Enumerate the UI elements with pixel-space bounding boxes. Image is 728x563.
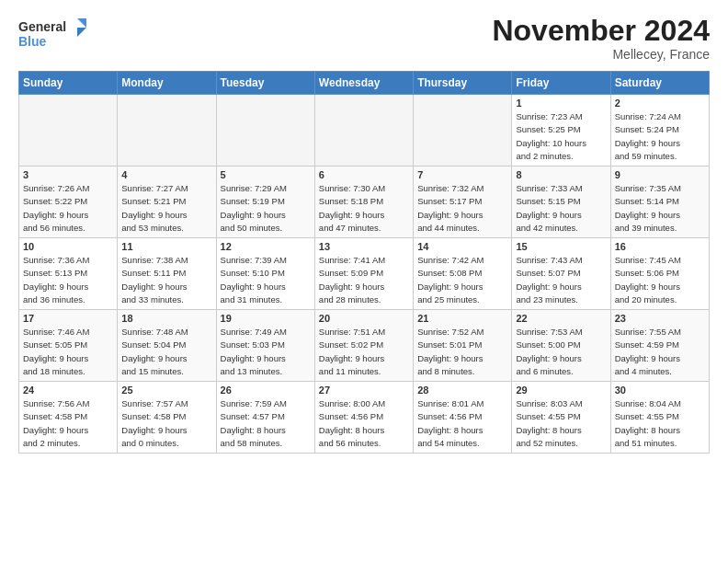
- day-info: Sunrise: 8:04 AMSunset: 4:55 PMDaylight:…: [615, 397, 705, 450]
- month-title: November 2024: [492, 15, 710, 47]
- day-number: 11: [121, 241, 211, 252]
- calendar-week-3: 10Sunrise: 7:36 AMSunset: 5:13 PMDayligh…: [19, 238, 710, 310]
- calendar-cell: [314, 95, 413, 167]
- day-info: Sunrise: 7:43 AMSunset: 5:07 PMDaylight:…: [516, 254, 606, 306]
- day-info: Sunrise: 7:27 AMSunset: 5:21 PMDaylight:…: [121, 182, 211, 235]
- day-number: 15: [516, 241, 606, 252]
- day-info: Sunrise: 7:39 AMSunset: 5:10 PMDaylight:…: [221, 254, 311, 306]
- day-number: 23: [615, 313, 705, 324]
- header-row: Sunday Monday Tuesday Wednesday Thursday…: [19, 72, 710, 95]
- day-info: Sunrise: 7:33 AMSunset: 5:15 PMDaylight:…: [516, 182, 606, 235]
- calendar-table: Sunday Monday Tuesday Wednesday Thursday…: [18, 71, 710, 454]
- calendar-cell: [118, 95, 216, 167]
- day-info: Sunrise: 7:49 AMSunset: 5:03 PMDaylight:…: [221, 326, 311, 378]
- calendar-cell: 29Sunrise: 8:03 AMSunset: 4:55 PMDayligh…: [512, 382, 610, 454]
- svg-marker-2: [77, 18, 86, 28]
- day-number: 4: [121, 169, 211, 180]
- day-info: Sunrise: 7:59 AMSunset: 4:57 PMDaylight:…: [221, 397, 311, 450]
- day-info: Sunrise: 7:53 AMSunset: 5:00 PMDaylight:…: [516, 326, 606, 378]
- svg-marker-3: [77, 28, 86, 37]
- day-number: 13: [319, 241, 409, 252]
- calendar-cell: 18Sunrise: 7:48 AMSunset: 5:04 PMDayligh…: [118, 310, 216, 382]
- day-info: Sunrise: 7:32 AMSunset: 5:17 PMDaylight:…: [417, 182, 507, 235]
- day-info: Sunrise: 7:35 AMSunset: 5:14 PMDaylight:…: [615, 182, 705, 235]
- day-info: Sunrise: 7:56 AMSunset: 4:58 PMDaylight:…: [23, 397, 113, 450]
- calendar-cell: 11Sunrise: 7:38 AMSunset: 5:11 PMDayligh…: [118, 238, 216, 310]
- calendar-cell: 22Sunrise: 7:53 AMSunset: 5:00 PMDayligh…: [512, 310, 610, 382]
- day-number: 2: [615, 98, 705, 109]
- calendar-cell: 2Sunrise: 7:24 AMSunset: 5:24 PMDaylight…: [610, 95, 709, 167]
- svg-text:Blue: Blue: [18, 34, 47, 49]
- calendar-cell: 3Sunrise: 7:26 AMSunset: 5:22 PMDaylight…: [19, 167, 118, 238]
- calendar-cell: [19, 95, 118, 167]
- day-info: Sunrise: 7:26 AMSunset: 5:22 PMDaylight:…: [23, 182, 113, 235]
- location: Mellecey, France: [492, 47, 710, 62]
- day-info: Sunrise: 7:30 AMSunset: 5:18 PMDaylight:…: [319, 182, 409, 235]
- day-number: 27: [319, 385, 409, 396]
- calendar-cell: 26Sunrise: 7:59 AMSunset: 4:57 PMDayligh…: [216, 382, 314, 454]
- calendar-week-5: 24Sunrise: 7:56 AMSunset: 4:58 PMDayligh…: [19, 382, 710, 454]
- svg-text:General: General: [18, 19, 66, 34]
- day-number: 17: [23, 313, 113, 324]
- calendar-cell: 10Sunrise: 7:36 AMSunset: 5:13 PMDayligh…: [19, 238, 118, 310]
- day-info: Sunrise: 7:24 AMSunset: 5:24 PMDaylight:…: [615, 110, 705, 163]
- day-number: 9: [615, 169, 705, 180]
- day-number: 18: [121, 313, 211, 324]
- day-info: Sunrise: 7:36 AMSunset: 5:13 PMDaylight:…: [23, 254, 113, 306]
- calendar-cell: 27Sunrise: 8:00 AMSunset: 4:56 PMDayligh…: [314, 382, 413, 454]
- day-info: Sunrise: 7:46 AMSunset: 5:05 PMDaylight:…: [23, 326, 113, 378]
- day-number: 10: [23, 241, 113, 252]
- day-info: Sunrise: 7:29 AMSunset: 5:19 PMDaylight:…: [221, 182, 311, 235]
- day-info: Sunrise: 7:51 AMSunset: 5:02 PMDaylight:…: [319, 326, 409, 378]
- day-number: 28: [417, 385, 507, 396]
- day-info: Sunrise: 7:45 AMSunset: 5:06 PMDaylight:…: [615, 254, 705, 306]
- calendar-body: 1Sunrise: 7:23 AMSunset: 5:25 PMDaylight…: [19, 95, 710, 454]
- page-container: General Blue November 2024 Mellecey, Fra…: [0, 0, 728, 463]
- day-info: Sunrise: 8:00 AMSunset: 4:56 PMDaylight:…: [319, 397, 409, 450]
- calendar-cell: [414, 95, 512, 167]
- day-info: Sunrise: 7:57 AMSunset: 4:58 PMDaylight:…: [121, 397, 211, 450]
- calendar-cell: 6Sunrise: 7:30 AMSunset: 5:18 PMDaylight…: [314, 167, 413, 238]
- calendar-cell: 25Sunrise: 7:57 AMSunset: 4:58 PMDayligh…: [118, 382, 216, 454]
- calendar-cell: 30Sunrise: 8:04 AMSunset: 4:55 PMDayligh…: [610, 382, 709, 454]
- calendar-cell: 21Sunrise: 7:52 AMSunset: 5:01 PMDayligh…: [414, 310, 512, 382]
- day-number: 26: [221, 385, 311, 396]
- calendar-cell: 8Sunrise: 7:33 AMSunset: 5:15 PMDaylight…: [512, 167, 610, 238]
- day-number: 24: [23, 385, 113, 396]
- calendar-cell: 9Sunrise: 7:35 AMSunset: 5:14 PMDaylight…: [610, 167, 709, 238]
- calendar-cell: 4Sunrise: 7:27 AMSunset: 5:21 PMDaylight…: [118, 167, 216, 238]
- day-number: 1: [516, 98, 606, 109]
- calendar-week-4: 17Sunrise: 7:46 AMSunset: 5:05 PMDayligh…: [19, 310, 710, 382]
- day-info: Sunrise: 7:38 AMSunset: 5:11 PMDaylight:…: [121, 254, 211, 306]
- col-saturday: Saturday: [610, 72, 709, 95]
- logo-svg: General Blue: [18, 15, 92, 55]
- col-wednesday: Wednesday: [314, 72, 413, 95]
- calendar-cell: 23Sunrise: 7:55 AMSunset: 4:59 PMDayligh…: [610, 310, 709, 382]
- calendar-cell: 20Sunrise: 7:51 AMSunset: 5:02 PMDayligh…: [314, 310, 413, 382]
- calendar-header: Sunday Monday Tuesday Wednesday Thursday…: [19, 72, 710, 95]
- day-info: Sunrise: 7:48 AMSunset: 5:04 PMDaylight:…: [121, 326, 211, 378]
- day-number: 30: [615, 385, 705, 396]
- day-info: Sunrise: 7:52 AMSunset: 5:01 PMDaylight:…: [417, 326, 507, 378]
- calendar-cell: 17Sunrise: 7:46 AMSunset: 5:05 PMDayligh…: [19, 310, 118, 382]
- day-number: 25: [121, 385, 211, 396]
- col-tuesday: Tuesday: [216, 72, 314, 95]
- day-number: 20: [319, 313, 409, 324]
- calendar-cell: 5Sunrise: 7:29 AMSunset: 5:19 PMDaylight…: [216, 167, 314, 238]
- calendar-cell: 7Sunrise: 7:32 AMSunset: 5:17 PMDaylight…: [414, 167, 512, 238]
- calendar-week-2: 3Sunrise: 7:26 AMSunset: 5:22 PMDaylight…: [19, 167, 710, 238]
- day-number: 16: [615, 241, 705, 252]
- calendar-cell: 12Sunrise: 7:39 AMSunset: 5:10 PMDayligh…: [216, 238, 314, 310]
- day-number: 21: [417, 313, 507, 324]
- col-friday: Friday: [512, 72, 610, 95]
- calendar-cell: 28Sunrise: 8:01 AMSunset: 4:56 PMDayligh…: [414, 382, 512, 454]
- logo: General Blue: [18, 15, 92, 55]
- day-number: 8: [516, 169, 606, 180]
- title-block: November 2024 Mellecey, France: [492, 15, 710, 62]
- day-number: 22: [516, 313, 606, 324]
- calendar-cell: [216, 95, 314, 167]
- day-number: 19: [221, 313, 311, 324]
- day-number: 3: [23, 169, 113, 180]
- day-number: 29: [516, 385, 606, 396]
- day-info: Sunrise: 7:41 AMSunset: 5:09 PMDaylight:…: [319, 254, 409, 306]
